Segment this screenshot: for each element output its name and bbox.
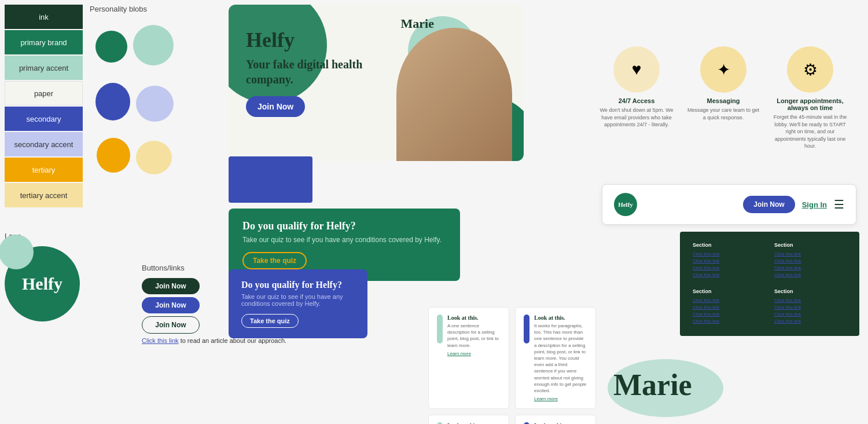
footer-col-2: Section Click this link Click this link …	[774, 242, 847, 279]
feature-card-3: Look at this. A one sentence description…	[428, 415, 509, 424]
feature-title-access: 24/7 Access	[599, 97, 674, 104]
footer-link-4-1[interactable]: Click this link	[774, 298, 847, 303]
feature-desc-messaging: Message your care team to get a quick re…	[686, 107, 761, 121]
feature-item-messaging: ✦ Messaging Message your care team to ge…	[686, 46, 761, 150]
article-link[interactable]: Click this link	[142, 337, 179, 344]
footer-link-3-2[interactable]: Click this link	[693, 305, 765, 310]
star-icon: ✦	[717, 60, 730, 79]
footer-link-2-3[interactable]: Click this link	[774, 265, 847, 271]
footer-col-3-title: Section	[693, 288, 765, 294]
footer-component: Section Click this link Click this link …	[680, 232, 859, 336]
feature-title-messaging: Messaging	[686, 97, 761, 104]
blob-yellow-dark	[97, 138, 130, 173]
footer-link-4-2[interactable]: Click this link	[774, 305, 847, 310]
swatch-paper: paper	[5, 81, 83, 105]
logo-section: Logo Helfy	[5, 232, 80, 321]
hamburger-icon[interactable]: ☰	[834, 198, 844, 211]
hero-marie-label: Marie	[401, 16, 434, 31]
features-section: ♥ 24/7 Access We don't shut down at 5pm.…	[590, 46, 856, 150]
footer-link-2-1[interactable]: Click this link	[774, 251, 847, 257]
feature-card-2: Look at this. It works for paragraphs, t…	[515, 307, 596, 409]
navbar-component: Helfy Join Now Sign In ☰	[602, 184, 856, 225]
swatch-primary-accent: primary accent	[5, 56, 83, 80]
hero-card: Helfy Your fake digital health company. …	[229, 5, 524, 161]
fc-desc-1: A one sentence description for a selling…	[447, 323, 501, 349]
nav-join-button[interactable]: Join Now	[743, 196, 795, 213]
swatch-secondary-accent: secondary accent	[5, 132, 83, 156]
footer-col-1: Section Click this link Click this link …	[693, 242, 765, 279]
footer-grid: Section Click this link Click this link …	[693, 242, 847, 326]
feature-card-1: Look at this. A one sentence description…	[428, 307, 509, 409]
feature-icon-access: ♥	[613, 46, 660, 93]
link-desc: to read an article about our approach.	[181, 337, 286, 344]
fc-title-1: Look at this.	[447, 315, 501, 321]
logo-circle: Helfy	[5, 246, 80, 321]
blob-green-dark	[95, 31, 127, 63]
footer-link-2-4[interactable]: Click this link	[774, 272, 847, 277]
fc-content-1: Look at this. A one sentence description…	[447, 315, 501, 401]
hero-content: Helfy Your fake digital health company. …	[246, 28, 379, 117]
heart-icon: ♥	[632, 60, 642, 79]
fc-link-2[interactable]: Learn more	[534, 396, 587, 401]
link-row: Click this link to read an article about…	[142, 337, 286, 344]
gear-icon: ⚙	[803, 60, 818, 79]
quiz-subtitle-dark: Take our quiz to see if you have any con…	[242, 236, 446, 244]
feature-title-appointments: Longer appointments, always on time	[773, 97, 848, 111]
footer-link-2-2[interactable]: Click this link	[774, 258, 847, 264]
feature-item-appointments: ⚙ Longer appointments, always on time Fo…	[773, 46, 848, 150]
footer-link-1-3[interactable]: Click this link	[693, 265, 765, 271]
footer-col-3: Section Click this link Click this link …	[693, 288, 765, 326]
swatch-secondary: secondary	[5, 107, 83, 131]
nav-right: Join Now Sign In ☰	[743, 196, 844, 213]
swatch-primary-brand: primary brand	[5, 30, 83, 54]
feature-desc-access: We don't shut down at 5pm. We have email…	[599, 107, 674, 129]
buttons-label: Buttons/links	[142, 264, 286, 272]
fc-dot-2	[524, 315, 529, 343]
blobs-title: Personality blobs	[90, 5, 147, 13]
swatch-ink: ink	[5, 5, 83, 29]
buttons-section: Buttons/links Join Now Join Now Join Now…	[142, 264, 286, 344]
marie-large-text: Marie	[613, 368, 692, 402]
hero-brand-name: Helfy	[246, 28, 379, 52]
button-join-dark[interactable]: Join Now	[142, 278, 200, 294]
nav-logo: Helfy	[614, 193, 637, 216]
feature-icon-messaging: ✦	[700, 46, 746, 93]
hero-tagline: Your fake digital health company.	[246, 57, 379, 87]
footer-col-4: Section Click this link Click this link …	[774, 288, 847, 326]
footer-col-1-title: Section	[693, 242, 765, 248]
button-join-blue[interactable]: Join Now	[142, 297, 200, 313]
footer-col-2-title: Section	[774, 242, 847, 248]
footer-link-3-3[interactable]: Click this link	[693, 312, 765, 317]
footer-link-4-4[interactable]: Click this link	[774, 319, 847, 324]
fc-desc-2: It works for paragraphs, too. This has m…	[534, 323, 587, 394]
footer-link-1-4[interactable]: Click this link	[693, 272, 765, 277]
color-swatches-panel: ink primary brand primary accent paper s…	[5, 5, 86, 209]
footer-col-4-title: Section	[774, 288, 847, 294]
footer-link-1-2[interactable]: Click this link	[693, 258, 765, 264]
footer-link-4-3[interactable]: Click this link	[774, 312, 847, 317]
blob-blue-dark	[95, 83, 130, 120]
fc-title-2: Look at this.	[534, 315, 587, 321]
logo-text: Helfy	[22, 274, 62, 294]
feature-cards-section: Look at this. A one sentence description…	[428, 307, 596, 424]
blobs-section: Personality blobs	[90, 5, 147, 42]
blue-rectangle	[229, 156, 312, 203]
feature-item-access: ♥ 24/7 Access We don't shut down at 5pm.…	[599, 46, 674, 150]
quiz-title-dark: Do you qualify for Helfy?	[242, 220, 446, 232]
footer-link-1-1[interactable]: Click this link	[693, 251, 765, 257]
button-join-outline[interactable]: Join Now	[142, 316, 200, 334]
nav-signin-link[interactable]: Sign In	[802, 200, 827, 209]
blob-yellow-light	[136, 141, 172, 174]
hero-person-image	[396, 28, 512, 161]
swatch-tertiary-accent: tertiary accent	[5, 183, 83, 207]
fc-link-1[interactable]: Learn more	[447, 351, 501, 356]
swatch-tertiary: tertiary	[5, 158, 83, 182]
feature-desc-appointments: Forget the 45-minute wait in the lobby. …	[773, 114, 848, 150]
footer-link-3-4[interactable]: Click this link	[693, 319, 765, 324]
fc-content-2: Look at this. It works for paragraphs, t…	[534, 315, 587, 401]
fc-dot-1	[437, 315, 443, 343]
footer-link-3-1[interactable]: Click this link	[693, 298, 765, 303]
hero-join-button[interactable]: Join Now	[246, 96, 305, 117]
blob-teal-light	[133, 25, 174, 65]
feature-card-4: Look at this. It works for paragraphs, t…	[515, 415, 596, 424]
